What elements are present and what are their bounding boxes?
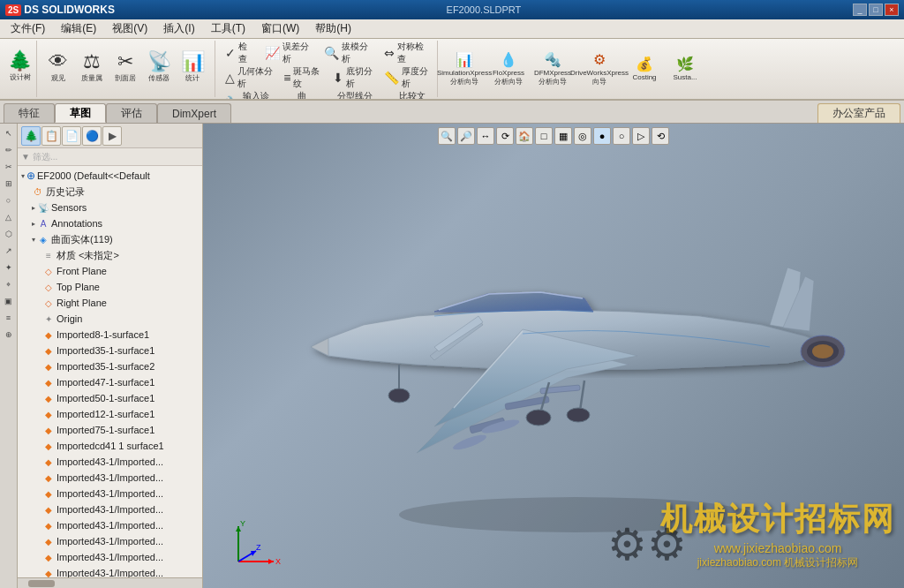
tree-annotations[interactable]: ▸ A Annotations — [18, 215, 202, 231]
minimize-button[interactable]: _ — [853, 4, 867, 16]
panel-btn-display[interactable]: 🔵 — [82, 126, 102, 146]
tab-sketch[interactable]: 草图 — [55, 103, 106, 123]
driveworks-button[interactable]: ⚙ DriveWorksXpress 向导 — [576, 45, 623, 93]
symmetry-button[interactable]: ⇔ 对称检查 — [380, 42, 433, 64]
tree-imported-6[interactable]: ◆ Imported12-1-surface1 — [18, 406, 202, 422]
mass-properties-button[interactable]: ⚖ 质量属 — [76, 44, 108, 90]
statistics-button[interactable]: 📊 统计 — [177, 44, 208, 90]
menu-help[interactable]: 帮助(H) — [308, 19, 358, 38]
parting-button[interactable]: — 分型线分析 — [318, 92, 380, 101]
tree-imported-3[interactable]: ◆ Imported35-1-surface2 — [18, 358, 202, 374]
lt-tool-5[interactable]: ○ — [1, 192, 17, 208]
menu-window[interactable]: 窗口(W) — [254, 19, 306, 38]
input-diag-button[interactable]: 🔧 输入诊断 — [221, 92, 276, 101]
vp-zoom-in[interactable]: 🔍 — [438, 127, 456, 145]
floxpress-button[interactable]: 💧 FloXpress 分析向导 — [487, 45, 530, 93]
menu-insert[interactable]: 插入(I) — [156, 19, 201, 38]
tree-top-plane[interactable]: ◇ Top Plane — [18, 279, 202, 295]
vp-zoom-out[interactable]: 🔎 — [457, 127, 475, 145]
tree-imported-16[interactable]: ◆ Imported43-1/Imported... — [18, 565, 202, 577]
panel-btn-config[interactable]: 📄 — [62, 126, 81, 146]
vp-fit[interactable]: ↔ — [477, 127, 494, 145]
tree-imported-4[interactable]: ◆ Imported47-1-surface1 — [18, 374, 202, 390]
compare-button[interactable]: ⊞ 比较文档 — [381, 92, 433, 101]
tree-imported-1[interactable]: ◆ Imported8-1-surface1 — [18, 327, 202, 343]
sustainability-button[interactable]: 🌿 Susta... — [666, 45, 704, 93]
lt-tool-11[interactable]: ▣ — [1, 293, 17, 309]
tree-history[interactable]: ⏱ 历史记录 — [18, 184, 202, 200]
draft-button[interactable]: 🔍 拔模分析 — [320, 42, 378, 64]
view-button[interactable]: 👁 观见 — [42, 44, 74, 90]
tree-surface-bodies[interactable]: ▾ ◈ 曲面实体(119) — [18, 231, 202, 247]
close-button[interactable]: × — [885, 4, 899, 16]
undercut-button[interactable]: ⬇ 底切分析 — [328, 67, 379, 88]
vp-section[interactable]: ▷ — [632, 127, 650, 145]
lt-tool-4[interactable]: ⊞ — [1, 176, 17, 192]
vp-persp[interactable]: ◎ — [574, 127, 591, 145]
lt-tool-1[interactable]: ↖ — [1, 125, 17, 141]
tree-imported-7[interactable]: ◆ Imported75-1-surface1 — [18, 422, 202, 438]
sensors-button[interactable]: 📡 传感器 — [143, 44, 175, 90]
tree-imported-2[interactable]: ◆ Imported35-1-surface1 — [18, 343, 202, 358]
vp-home[interactable]: 🏠 — [516, 127, 533, 145]
tree-material[interactable]: ≡ 材质 <未指定> — [18, 247, 202, 263]
tab-office[interactable]: 办公室产品 — [817, 103, 900, 123]
menu-file[interactable]: 文件(F) — [4, 19, 52, 38]
menu-view[interactable]: 视图(V) — [105, 19, 154, 38]
tree-origin[interactable]: ✦ Origin — [18, 311, 202, 327]
tab-evaluate[interactable]: 评估 — [106, 103, 157, 123]
lt-tool-6[interactable]: △ — [1, 209, 17, 225]
vp-wireframe[interactable]: ○ — [613, 127, 630, 145]
menu-tools[interactable]: 工具(T) — [204, 19, 252, 38]
tab-features[interactable]: 特征 — [4, 103, 55, 123]
tree-imported-9[interactable]: ◆ Imported43-1/Imported... — [18, 454, 202, 470]
lt-tool-8[interactable]: ↗ — [1, 243, 17, 259]
design-tree-button[interactable]: 🌲 设计树 — [5, 42, 35, 90]
tree-front-plane[interactable]: ◇ Front Plane — [18, 263, 202, 279]
lt-tool-13[interactable]: ⊕ — [1, 327, 17, 343]
tree-imported-15[interactable]: ◆ Imported43-1/Imported... — [18, 549, 202, 565]
tree-imported-10[interactable]: ◆ Imported43-1/Imported... — [18, 470, 202, 486]
costing-button[interactable]: 💰 Costing — [625, 45, 664, 93]
thickness-button[interactable]: 📏 厚度分析 — [380, 67, 433, 88]
lt-tool-2[interactable]: ✏ — [1, 142, 17, 158]
vp-shaded[interactable]: ● — [593, 127, 611, 145]
inspect-button[interactable]: ✓ 检查 — [221, 42, 259, 64]
simulation-xpress-button[interactable]: 📊 SimulationXpress 分析向导 — [443, 45, 486, 93]
lt-tool-7[interactable]: ⬡ — [1, 226, 17, 242]
section-view-button[interactable]: ✂ 剖面居 — [109, 44, 141, 90]
lt-tool-10[interactable]: ⌖ — [1, 276, 17, 292]
lt-tool-3[interactable]: ✂ — [1, 159, 17, 175]
tree-sensors[interactable]: ▸ 📡 Sensors — [18, 200, 202, 215]
lt-tool-12[interactable]: ≡ — [1, 310, 17, 326]
deviation-button[interactable]: 📈 误差分析 — [260, 42, 319, 64]
tree-imported-12[interactable]: ◆ Imported43-1/Imported... — [18, 501, 202, 517]
tree-right-plane[interactable]: ◇ Right Plane — [18, 295, 202, 311]
zebra-button[interactable]: ≡ 斑马条纹 — [279, 67, 326, 88]
tree-imported-8[interactable]: ◆ Importedcd41 1 surface1 — [18, 438, 202, 454]
panel-horizontal-scrollbar[interactable] — [18, 577, 202, 588]
curvature-button[interactable]: 〜 曲率 — [278, 92, 316, 101]
panel-btn-properties[interactable]: 📋 — [41, 126, 61, 146]
geometry-button[interactable]: △ 几何体分析 — [221, 67, 277, 88]
vp-undo-view[interactable]: ⟲ — [652, 127, 669, 145]
tree-imported-14[interactable]: ◆ Imported43-1/Imported... — [18, 533, 202, 549]
tree-imported-11[interactable]: ◆ Imported43-1/Imported... — [18, 486, 202, 501]
lt-tool-9[interactable]: ✦ — [1, 260, 17, 275]
panel-btn-forward[interactable]: ▶ — [102, 126, 122, 146]
maximize-button[interactable]: □ — [869, 4, 883, 16]
vp-view-cube[interactable]: □ — [535, 127, 553, 145]
dfmxpress-button[interactable]: 🔩 DFMXpress 分析向导 — [531, 45, 574, 93]
curvature-icon: 〜 — [282, 94, 295, 101]
tree-root[interactable]: ▾ ⊕ EF2000 (Default<<Default — [18, 168, 202, 184]
panel-btn-tree[interactable]: 🌲 — [21, 126, 41, 146]
vp-grid[interactable]: ▦ — [554, 127, 572, 145]
scroll-thumb[interactable] — [28, 580, 55, 587]
menu-edit[interactable]: 编辑(E) — [54, 19, 103, 38]
3d-viewport[interactable]: 🔍 🔎 ↔ ⟳ 🏠 □ ▦ ◎ ● ○ ▷ ⟲ — [203, 124, 904, 588]
tab-dimxpert[interactable]: DimXpert — [157, 103, 231, 123]
window-controls[interactable]: _ □ × — [853, 4, 899, 16]
tree-imported-5[interactable]: ◆ Imported50-1-surface1 — [18, 390, 202, 406]
tree-imported-13[interactable]: ◆ Imported43-1/Imported... — [18, 517, 202, 533]
vp-rotate[interactable]: ⟳ — [496, 127, 514, 145]
